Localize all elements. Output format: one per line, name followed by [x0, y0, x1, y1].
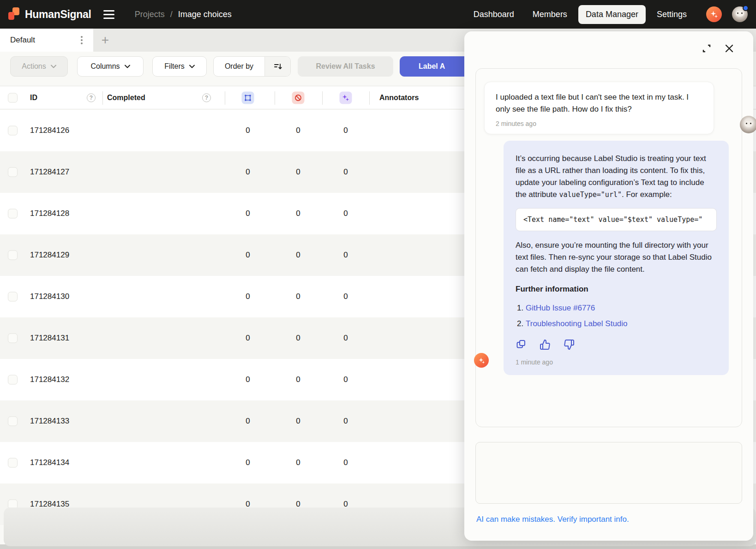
- row-checkbox[interactable]: [8, 251, 18, 260]
- chevron-down-icon: [189, 65, 195, 68]
- row-checkbox[interactable]: [8, 375, 18, 385]
- column-divider[interactable]: [322, 91, 323, 105]
- bounding-box-icon: [244, 94, 252, 101]
- predictions-count-cell: 0: [343, 375, 348, 384]
- predictions-count-cell: 0: [343, 292, 348, 301]
- task-id-cell: 171284130: [30, 292, 69, 301]
- review-all-tasks-button[interactable]: Review All Tasks: [298, 56, 393, 77]
- filters-label: Filters: [164, 62, 185, 71]
- column-header-id[interactable]: ID: [30, 94, 37, 102]
- task-id-cell: 171284128: [30, 209, 69, 218]
- filters-dropdown[interactable]: Filters: [152, 56, 207, 77]
- user-message-text: I uploaded a text file but I can't see t…: [496, 91, 702, 115]
- chat-messages-container: I uploaded a text file but I can't see t…: [475, 68, 742, 427]
- close-icon: [723, 42, 736, 55]
- annotations-count-column-icon[interactable]: [242, 91, 254, 104]
- id-help-icon[interactable]: ?: [87, 93, 96, 102]
- nav-settings[interactable]: Settings: [649, 5, 694, 24]
- ai-message-paragraph-2: Also, ensure you’re mounting the full di…: [516, 239, 717, 275]
- annotations-count-cell: 0: [246, 334, 250, 343]
- completed-help-icon[interactable]: ?: [202, 93, 211, 102]
- predictions-count-cell: 0: [343, 458, 348, 467]
- predictions-count-cell: 0: [343, 251, 348, 260]
- humansignal-logo[interactable]: HumanSignal: [8, 7, 91, 21]
- github-issue-link[interactable]: GitHub Issue #6776: [526, 304, 595, 312]
- nav-data-manager[interactable]: Data Manager: [578, 5, 646, 24]
- order-by-label[interactable]: Order by: [214, 57, 264, 76]
- thumbs-down-icon: [564, 339, 575, 350]
- task-id-cell: 171284127: [30, 167, 69, 177]
- add-view-button[interactable]: +: [93, 29, 117, 52]
- column-divider[interactable]: [225, 91, 225, 105]
- column-divider[interactable]: [369, 91, 370, 105]
- task-id-cell: 171284134: [30, 458, 69, 467]
- chevron-down-icon: [51, 65, 56, 68]
- column-divider[interactable]: [275, 91, 275, 105]
- cancelled-count-cell: 0: [296, 458, 300, 467]
- task-id-cell: 171284126: [30, 126, 69, 135]
- sort-icon: [273, 62, 282, 71]
- task-id-cell: 171284132: [30, 375, 69, 384]
- actions-label: Actions: [22, 62, 46, 71]
- hamburger-menu-icon[interactable]: [103, 7, 117, 21]
- online-status-dot: [743, 5, 749, 11]
- actions-dropdown[interactable]: Actions: [10, 56, 68, 77]
- further-information-heading: Further information: [516, 285, 717, 294]
- task-id-cell: 171284131: [30, 334, 69, 343]
- row-checkbox[interactable]: [8, 334, 18, 343]
- predictions-count-cell: 0: [343, 334, 348, 343]
- cancelled-count-cell: 0: [296, 417, 300, 426]
- annotations-count-cell: 0: [246, 251, 250, 260]
- ai-message-avatar: [474, 353, 489, 368]
- row-checkbox[interactable]: [8, 167, 18, 177]
- select-all-checkbox[interactable]: [8, 93, 18, 102]
- expand-panel-button[interactable]: [701, 42, 713, 54]
- cancelled-count-cell: 0: [296, 126, 300, 135]
- review-all-tasks-label: Review All Tasks: [316, 62, 375, 71]
- chat-message-input[interactable]: [475, 442, 742, 504]
- row-checkbox[interactable]: [8, 458, 18, 468]
- breadcrumb-separator: /: [170, 10, 173, 19]
- copy-button[interactable]: [516, 339, 527, 350]
- user-message-bubble: I uploaded a text file but I can't see t…: [484, 82, 714, 134]
- row-checkbox[interactable]: [8, 292, 18, 302]
- row-checkbox[interactable]: [8, 417, 18, 426]
- column-header-annotators[interactable]: Annotators: [379, 94, 419, 102]
- ai-message-row: It’s occurring because Label Studio is t…: [504, 141, 729, 375]
- code-block[interactable]: <Text name="text" value="$text" valueTyp…: [516, 208, 717, 231]
- thumbs-up-button[interactable]: [540, 339, 551, 350]
- brand-name: HumanSignal: [25, 8, 91, 21]
- chevron-down-icon: [125, 65, 130, 68]
- user-avatar[interactable]: [732, 6, 748, 22]
- sparkles-icon: [342, 94, 350, 101]
- breadcrumb-projects[interactable]: Projects: [135, 10, 165, 19]
- ai-assistant-button[interactable]: [706, 6, 722, 22]
- troubleshooting-link[interactable]: Troubleshooting Label Studio: [526, 319, 628, 328]
- row-checkbox[interactable]: [8, 209, 18, 219]
- cancelled-annotations-column-icon[interactable]: [292, 91, 305, 104]
- humansignal-logo-icon: [8, 7, 20, 21]
- close-panel-button[interactable]: [723, 42, 736, 55]
- annotations-count-cell: 0: [246, 292, 250, 301]
- column-divider[interactable]: [102, 91, 103, 105]
- order-by-control[interactable]: Order by: [213, 56, 291, 77]
- ai-message-bubble: It’s occurring because Label Studio is t…: [504, 141, 729, 375]
- tab-options-kebab-icon[interactable]: [77, 35, 87, 45]
- predictions-column-icon[interactable]: [340, 91, 352, 104]
- column-header-completed[interactable]: Completed: [107, 94, 145, 102]
- user-message-avatar: [740, 116, 756, 133]
- avatar-image: [736, 11, 744, 17]
- columns-dropdown[interactable]: Columns: [77, 56, 144, 77]
- row-checkbox[interactable]: [8, 126, 18, 136]
- sort-direction-button[interactable]: [264, 57, 290, 76]
- inline-code: valueType="url": [559, 191, 622, 199]
- nav-dashboard[interactable]: Dashboard: [466, 5, 522, 24]
- task-id-cell: 171284129: [30, 251, 69, 260]
- ai-disclaimer-link[interactable]: AI can make mistakes. Verify important i…: [476, 515, 629, 524]
- user-message-timestamp: 2 minutes ago: [496, 120, 702, 127]
- nav-members[interactable]: Members: [525, 5, 575, 24]
- sparkle-icon: [478, 357, 485, 364]
- predictions-count-cell: 0: [343, 126, 348, 135]
- thumbs-down-button[interactable]: [564, 339, 575, 350]
- tab-default[interactable]: Default: [0, 29, 93, 52]
